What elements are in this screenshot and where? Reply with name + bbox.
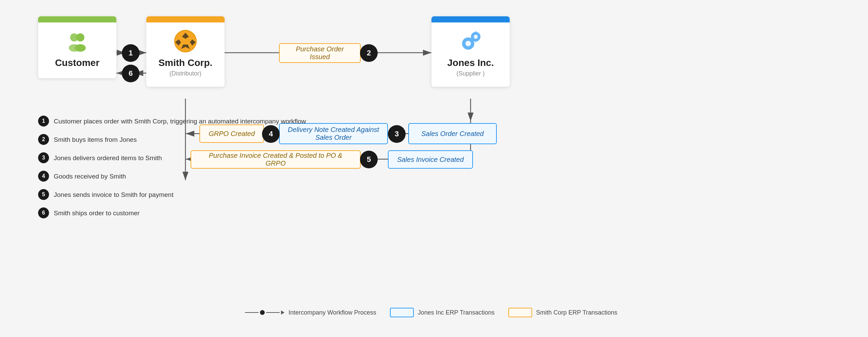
legend-jones-label: Jones Inc ERP Transactions — [418, 309, 495, 316]
step-1-number: 1 — [129, 49, 133, 57]
jones-subtitle: (Supplier ) — [456, 70, 485, 77]
svg-point-12 — [465, 41, 471, 46]
step-text-3: Jones delivers ordered items to Smith — [54, 152, 162, 163]
step-legend-3: 3 Jones delivers ordered items to Smith — [38, 152, 306, 163]
step-4-number: 4 — [269, 130, 273, 138]
step-legend-1: 1 Customer places order with Smith Corp,… — [38, 116, 306, 127]
step-legend-5: 5 Jones sends invoice to Smith for payme… — [38, 189, 306, 200]
mini-circle-6: 6 — [38, 207, 49, 218]
customer-card-header — [38, 16, 116, 22]
step-3-number: 3 — [395, 130, 399, 138]
sales-invoice-label: Sales Invoice Created — [397, 156, 464, 164]
jones-name: Jones Inc. — [447, 57, 494, 69]
mini-circle-2: 2 — [38, 134, 49, 145]
sales-order-box: Sales Order Created — [408, 123, 497, 144]
step-2-circle: 2 — [360, 44, 378, 62]
jones-card-header — [431, 16, 510, 22]
legend-workflow: Intercompany Workflow Process — [245, 309, 376, 316]
step-3-circle: 3 — [388, 125, 406, 143]
jones-icon — [459, 29, 482, 53]
step-5-circle: 5 — [360, 151, 378, 168]
mini-circle-4: 4 — [38, 171, 49, 182]
step-6-number: 6 — [129, 69, 133, 78]
svg-rect-15 — [472, 36, 474, 38]
svg-point-1 — [76, 33, 84, 41]
svg-rect-16 — [478, 36, 480, 38]
legend-smith-box — [508, 308, 532, 317]
purchase-order-box: Purchase Order Issued — [279, 43, 361, 63]
mini-circle-5: 5 — [38, 189, 49, 200]
jones-card: Jones Inc. (Supplier ) — [431, 16, 510, 87]
svg-point-3 — [75, 44, 86, 52]
smith-card: Smith Corp. (Distributor) — [146, 16, 225, 87]
smith-card-header — [146, 16, 225, 22]
step-4-circle: 4 — [262, 125, 280, 143]
smith-name: Smith Corp. — [159, 57, 213, 69]
legend-jones-box — [390, 308, 414, 317]
mini-circle-3: 3 — [38, 152, 49, 163]
step-text-5: Jones sends invoice to Smith for payment — [54, 189, 174, 200]
step-text-2: Smith buys items from Jones — [54, 134, 137, 145]
svg-rect-14 — [475, 39, 477, 42]
customer-name: Customer — [55, 57, 100, 69]
smith-subtitle: (Distributor) — [169, 70, 201, 77]
legend-workflow-label: Intercompany Workflow Process — [289, 309, 376, 316]
step-text-1: Customer places order with Smith Corp, t… — [54, 116, 306, 126]
mini-circle-1: 1 — [38, 116, 49, 127]
step-legend-6: 6 Smith ships order to customer — [38, 207, 306, 218]
diagram-container: Customer Smith Corp. (Distributor) — [0, 0, 868, 337]
legend-jones: Jones Inc ERP Transactions — [390, 308, 495, 317]
step-text-6: Smith ships order to customer — [54, 207, 140, 218]
smith-icon — [174, 29, 197, 53]
customer-icon — [65, 29, 89, 53]
purchase-order-label: Purchase Order Issued — [287, 45, 353, 61]
sales-invoice-box: Sales Invoice Created — [388, 150, 473, 169]
customer-card: Customer — [38, 16, 116, 78]
legend: Intercompany Workflow Process Jones Inc … — [245, 308, 617, 317]
step-6-circle: 6 — [122, 65, 140, 82]
step-text-4: Goods received by Smith — [54, 171, 126, 181]
step-2-number: 2 — [367, 49, 371, 57]
legend-smith-label: Smith Corp ERP Transactions — [536, 309, 618, 316]
step-legend-4: 4 Goods received by Smith — [38, 171, 306, 182]
svg-rect-13 — [475, 31, 477, 34]
step-5-number: 5 — [367, 155, 371, 164]
sales-order-label: Sales Order Created — [421, 130, 484, 138]
legend-smith: Smith Corp ERP Transactions — [508, 308, 618, 317]
step-1-circle: 1 — [122, 44, 140, 62]
